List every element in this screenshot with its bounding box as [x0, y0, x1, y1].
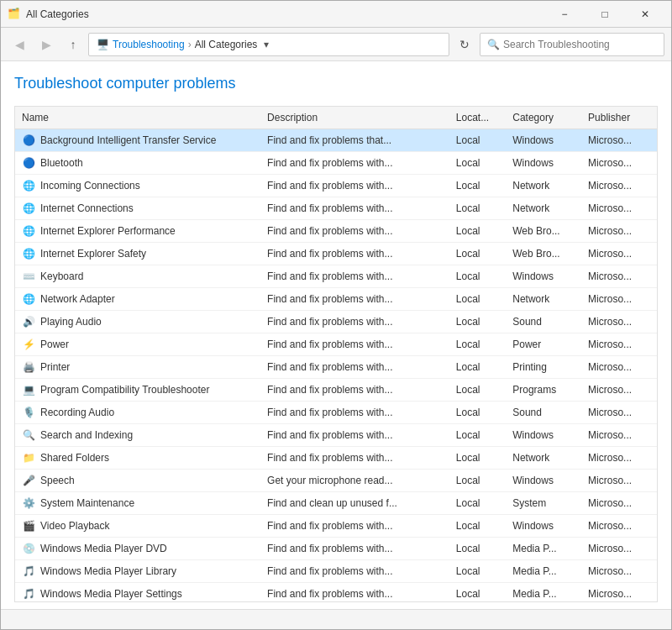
item-description: Find and fix problems with...	[260, 560, 449, 583]
col-header-description[interactable]: Description	[260, 107, 449, 129]
item-category: Sound	[506, 311, 581, 333]
table-row[interactable]: 🎤SpeechGet your microphone read...LocalW…	[15, 470, 657, 492]
item-category: Printing	[506, 356, 581, 379]
forward-button[interactable]: ▶	[34, 33, 58, 56]
items-table: Name Description Locat... Category Publi…	[15, 107, 657, 602]
item-publisher: Microso...	[581, 152, 657, 175]
item-location: Local	[449, 424, 506, 447]
table-row[interactable]: 🎬Video PlaybackFind and fix problems wit…	[15, 515, 657, 538]
item-category: Media P...	[506, 538, 581, 560]
item-category: Network	[506, 175, 581, 197]
item-category: Network	[506, 447, 581, 470]
item-publisher: Microso...	[581, 356, 657, 379]
table-row[interactable]: 🖨️PrinterFind and fix problems with...Lo…	[15, 356, 657, 379]
close-button[interactable]: ✕	[626, 1, 664, 28]
item-description: Find and fix problems with...	[260, 152, 449, 175]
search-input[interactable]	[503, 39, 657, 50]
row-icon: 💻	[22, 383, 35, 396]
item-description: Find and fix problems with...	[260, 356, 449, 379]
item-description: Find and fix problems with...	[260, 538, 449, 560]
item-publisher: Microso...	[581, 333, 657, 356]
title-bar-controls: − □ ✕	[545, 1, 664, 28]
breadcrumb-allcategories: All Categories	[195, 39, 258, 50]
item-name: System Maintenance	[40, 497, 134, 509]
table-row[interactable]: 🎙️Recording AudioFind and fix problems w…	[15, 402, 657, 424]
item-description: Find and clean up unused f...	[260, 492, 449, 515]
item-category: Sound	[506, 402, 581, 424]
row-icon: 🎤	[22, 474, 35, 487]
item-publisher: Microso...	[581, 402, 657, 424]
item-publisher: Microso...	[581, 175, 657, 197]
table-row[interactable]: 🔵Background Intelligent Transfer Service…	[15, 129, 657, 152]
row-icon: 🔵	[22, 156, 35, 170]
table-row[interactable]: ⌨️KeyboardFind and fix problems with...L…	[15, 265, 657, 288]
item-name: Bluetooth	[40, 157, 83, 169]
row-icon: 🎬	[22, 519, 35, 533]
item-name: Windows Media Player Settings	[40, 588, 182, 600]
item-name: Power	[40, 339, 69, 350]
item-location: Local	[449, 402, 506, 424]
table-row[interactable]: 🔵BluetoothFind and fix problems with...L…	[15, 152, 657, 175]
table-row[interactable]: 📁Shared FoldersFind and fix problems wit…	[15, 447, 657, 470]
item-description: Find and fix problems with...	[260, 333, 449, 356]
up-button[interactable]: ↑	[61, 33, 85, 56]
item-name: Shared Folders	[40, 452, 109, 464]
item-name: Program Compatibility Troubleshooter	[40, 384, 209, 396]
status-bar	[1, 609, 671, 629]
table-row[interactable]: ⚡PowerFind and fix problems with...Local…	[15, 333, 657, 356]
table-row[interactable]: 💻Program Compatibility TroubleshooterFin…	[15, 379, 657, 402]
row-icon: 🎵	[22, 564, 35, 578]
breadcrumb-troubleshooting[interactable]: Troubleshooting	[113, 39, 185, 50]
row-icon: 🔊	[22, 315, 35, 328]
item-publisher: Microso...	[581, 470, 657, 492]
item-publisher: Microso...	[581, 492, 657, 515]
item-location: Local	[449, 470, 506, 492]
col-header-location[interactable]: Locat...	[449, 107, 506, 129]
main-window: 🗂️ All Categories − □ ✕ ◀ ▶ ↑ 🖥️ Trouble…	[0, 0, 672, 630]
row-icon: 🌐	[22, 202, 35, 215]
item-location: Local	[449, 492, 506, 515]
col-header-category[interactable]: Category	[506, 107, 581, 129]
item-description: Find and fix problems with...	[260, 515, 449, 538]
title-bar: 🗂️ All Categories − □ ✕	[1, 1, 671, 28]
item-publisher: Microso...	[581, 538, 657, 560]
item-publisher: Microso...	[581, 243, 657, 265]
table-row[interactable]: 🎵Windows Media Player SettingsFind and f…	[15, 583, 657, 603]
table-row[interactable]: 🌐Internet Explorer PerformanceFind and f…	[15, 220, 657, 243]
table-row[interactable]: ⚙️System MaintenanceFind and clean up un…	[15, 492, 657, 515]
item-location: Local	[449, 538, 506, 560]
item-description: Get your microphone read...	[260, 470, 449, 492]
refresh-button[interactable]: ↻	[453, 33, 476, 56]
item-location: Local	[449, 243, 506, 265]
breadcrumb-icon: 🖥️	[96, 38, 109, 51]
items-table-container[interactable]: Name Description Locat... Category Publi…	[14, 106, 658, 602]
item-location: Local	[449, 265, 506, 288]
table-row[interactable]: 🔍Search and IndexingFind and fix problem…	[15, 424, 657, 447]
col-header-publisher[interactable]: Publisher	[581, 107, 657, 129]
item-description: Find and fix problems with...	[260, 197, 449, 220]
item-category: Web Bro...	[506, 220, 581, 243]
search-box: 🔍	[480, 33, 664, 56]
table-row[interactable]: 🌐Network AdapterFind and fix problems wi…	[15, 288, 657, 311]
maximize-button[interactable]: □	[585, 1, 624, 28]
item-description: Find and fix problems with...	[260, 220, 449, 243]
col-header-name[interactable]: Name	[15, 107, 260, 129]
item-name: Speech	[40, 475, 75, 486]
item-description: Find and fix problems with...	[260, 243, 449, 265]
window-title: All Categories	[26, 8, 89, 20]
minimize-button[interactable]: −	[545, 1, 584, 28]
table-row[interactable]: 🔊Playing AudioFind and fix problems with…	[15, 311, 657, 333]
item-description: Find and fix problems with...	[260, 288, 449, 311]
item-publisher: Microso...	[581, 447, 657, 470]
item-category: Windows	[506, 152, 581, 175]
row-icon: 🌐	[22, 179, 35, 192]
item-location: Local	[449, 129, 506, 152]
table-row[interactable]: 🌐Internet ConnectionsFind and fix proble…	[15, 197, 657, 220]
table-row[interactable]: 💿Windows Media Player DVDFind and fix pr…	[15, 538, 657, 560]
table-row[interactable]: 🎵Windows Media Player LibraryFind and fi…	[15, 560, 657, 583]
back-button[interactable]: ◀	[8, 33, 31, 56]
table-row[interactable]: 🌐Internet Explorer SafetyFind and fix pr…	[15, 243, 657, 265]
content-area: Troubleshoot computer problems Name Desc…	[1, 61, 671, 609]
breadcrumb-dropdown-icon[interactable]: ▾	[264, 39, 269, 50]
table-row[interactable]: 🌐Incoming ConnectionsFind and fix proble…	[15, 175, 657, 197]
